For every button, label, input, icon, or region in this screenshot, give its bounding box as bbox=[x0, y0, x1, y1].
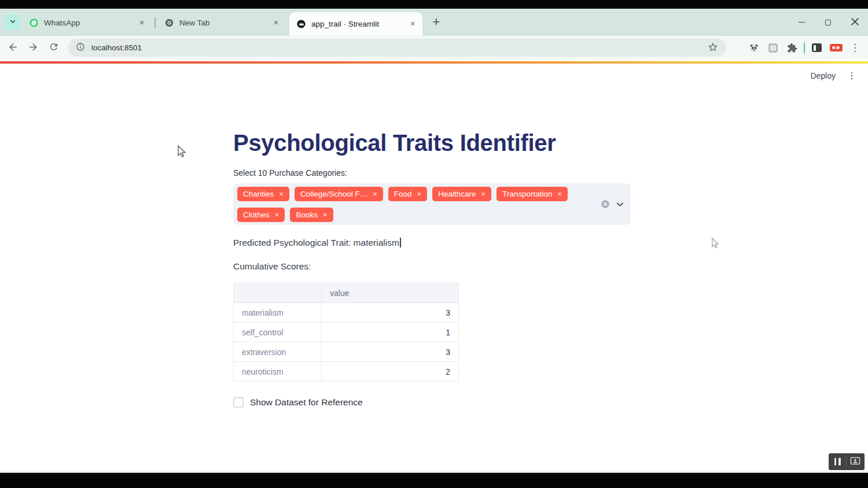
close-tab-icon[interactable]: × bbox=[271, 18, 281, 28]
remove-chip-icon[interactable]: × bbox=[279, 190, 284, 198]
multiselect-label: Select 10 Purchase Categories: bbox=[233, 168, 347, 178]
close-icon bbox=[851, 17, 859, 28]
dropdown-chevron-icon[interactable] bbox=[615, 199, 625, 209]
text-cursor bbox=[400, 238, 401, 247]
forward-icon bbox=[28, 42, 39, 54]
tab-title: WhatsApp bbox=[44, 19, 132, 27]
pause-icon bbox=[834, 458, 841, 465]
chip-food[interactable]: Food × bbox=[388, 187, 427, 201]
pause-button[interactable] bbox=[829, 453, 846, 470]
mouse-cursor-secondary bbox=[711, 238, 720, 252]
mouse-cursor bbox=[176, 145, 187, 161]
bookmark-star-icon[interactable] bbox=[708, 42, 718, 54]
remove-chip-icon[interactable]: × bbox=[481, 190, 486, 198]
row-value: 2 bbox=[322, 362, 459, 382]
chip-label: Clothes bbox=[243, 210, 270, 219]
side-panel-icon[interactable] bbox=[807, 38, 826, 57]
chrome-icon bbox=[164, 18, 174, 28]
site-info-icon[interactable] bbox=[76, 42, 85, 54]
cumulative-scores-heading: Cumulative Scores: bbox=[233, 261, 311, 272]
row-value: 3 bbox=[322, 303, 459, 323]
remove-chip-icon[interactable]: × bbox=[373, 190, 377, 198]
clear-all-icon[interactable] bbox=[600, 199, 610, 209]
tab-search-button[interactable] bbox=[5, 14, 21, 30]
chip-healthcare[interactable]: Healthcare × bbox=[432, 187, 491, 201]
close-tab-icon[interactable]: × bbox=[137, 18, 147, 28]
new-tab-button[interactable]: + bbox=[428, 14, 444, 30]
predicted-trait-value: Predicted Psychological Trait: materiali… bbox=[233, 238, 399, 247]
toolbar-separator bbox=[801, 38, 807, 57]
checkbox[interactable] bbox=[233, 397, 244, 408]
whatsapp-icon bbox=[29, 18, 39, 28]
maximize-button[interactable] bbox=[815, 9, 841, 36]
tab-title: New Tab bbox=[179, 19, 266, 27]
picture-in-picture-button[interactable] bbox=[847, 453, 864, 470]
tab-divider bbox=[155, 17, 156, 28]
table-header-row: value bbox=[234, 283, 459, 303]
chip-label: Books bbox=[296, 210, 318, 219]
letterbox-top bbox=[0, 0, 868, 9]
gray-extension-icon[interactable] bbox=[763, 38, 782, 57]
chip-college-school[interactable]: College/School F… × bbox=[295, 187, 383, 201]
back-button[interactable] bbox=[3, 38, 23, 57]
tab-new-tab[interactable]: New Tab × bbox=[157, 13, 286, 32]
remove-chip-icon[interactable]: × bbox=[275, 211, 279, 219]
red-badge-extension-icon[interactable] bbox=[826, 38, 845, 57]
chip-label: Transportation bbox=[502, 190, 553, 198]
deploy-button[interactable]: Deploy bbox=[810, 71, 836, 80]
scores-table: value materialism 3 self_control 1 extra… bbox=[233, 283, 459, 382]
row-label: materialism bbox=[234, 303, 322, 323]
video-controls-overlay bbox=[829, 453, 865, 470]
address-bar[interactable]: localhost:8501 bbox=[68, 39, 726, 57]
chip-label: Food bbox=[394, 190, 412, 198]
forward-button[interactable] bbox=[24, 38, 43, 57]
back-icon bbox=[8, 42, 19, 54]
chip-books[interactable]: Books × bbox=[290, 208, 333, 222]
category-multiselect[interactable]: Charities × College/School F… × Food × H… bbox=[233, 183, 631, 225]
browser-window: WhatsApp × New Tab × bbox=[0, 9, 868, 472]
extensions-puzzle-icon[interactable] bbox=[782, 38, 801, 57]
row-label: self_control bbox=[234, 323, 322, 342]
show-dataset-checkbox-row[interactable]: Show Dataset for Reference bbox=[233, 397, 363, 408]
picture-in-picture-icon bbox=[850, 456, 860, 468]
remove-chip-icon[interactable]: × bbox=[558, 190, 562, 198]
app-menu-button[interactable]: ⋮ bbox=[847, 70, 856, 82]
close-tab-icon[interactable]: × bbox=[407, 19, 418, 29]
url-text: localhost:8501 bbox=[91, 43, 708, 52]
predicted-trait-text: Predicted Psychological Trait: materiali… bbox=[233, 238, 401, 248]
minimize-button[interactable] bbox=[788, 9, 815, 36]
close-window-button[interactable] bbox=[841, 9, 868, 36]
table-row: extraversion 3 bbox=[234, 342, 459, 362]
remove-chip-icon[interactable]: × bbox=[417, 190, 422, 198]
chip-clothes[interactable]: Clothes × bbox=[237, 208, 285, 222]
chip-label: Healthcare bbox=[438, 190, 476, 198]
index-column-header bbox=[234, 283, 322, 303]
toolbar-extensions-area: ⋮ bbox=[744, 38, 865, 57]
window-controls bbox=[788, 9, 868, 36]
row-label: neuroticism bbox=[234, 362, 322, 382]
page-title: Psychological Traits Identifier bbox=[233, 130, 556, 156]
table-row: neuroticism 2 bbox=[234, 362, 459, 382]
streamlit-favicon bbox=[296, 19, 306, 29]
panda-extension-icon[interactable] bbox=[744, 38, 763, 57]
tab-strip: WhatsApp × New Tab × bbox=[0, 9, 868, 36]
chip-label: College/School F… bbox=[300, 190, 367, 198]
browser-menu-button[interactable]: ⋮ bbox=[845, 38, 865, 57]
browser-toolbar: localhost:8501 bbox=[0, 36, 868, 60]
tab-title: app_trail · Streamlit bbox=[311, 20, 403, 28]
chip-transportation[interactable]: Transportation × bbox=[496, 187, 568, 201]
reload-button[interactable] bbox=[44, 38, 63, 57]
tab-whatsapp[interactable]: WhatsApp × bbox=[22, 13, 152, 32]
checkbox-label: Show Dataset for Reference bbox=[250, 397, 363, 408]
maximize-icon bbox=[825, 20, 831, 25]
table-row: materialism 3 bbox=[234, 303, 459, 323]
chip-label: Charities bbox=[243, 190, 274, 198]
letterbox-bottom bbox=[0, 473, 868, 488]
value-column-header: value bbox=[322, 283, 459, 303]
streamlit-decoration-bar bbox=[0, 61, 868, 64]
table-row: self_control 1 bbox=[234, 323, 459, 342]
reload-icon bbox=[49, 42, 59, 54]
tab-app-trail-streamlit[interactable]: app_trail · Streamlit × bbox=[289, 12, 422, 36]
remove-chip-icon[interactable]: × bbox=[323, 211, 328, 219]
chip-charities[interactable]: Charities × bbox=[237, 187, 289, 201]
